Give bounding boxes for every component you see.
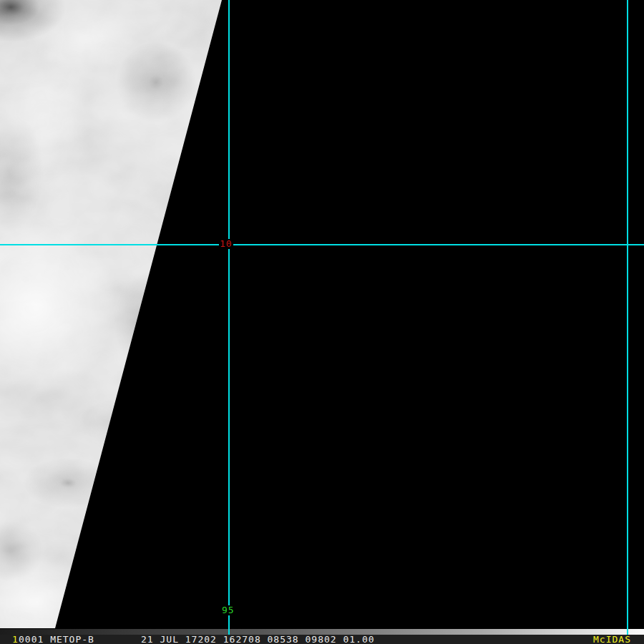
latitude-gridline-10 [0, 244, 644, 245]
longitude-gridline-95 [228, 0, 230, 635]
longitude-label: 95 [221, 605, 235, 615]
satellite-swath-image [0, 0, 236, 628]
mcidas-image-display: 10 95 1 0001 METOP-B 21 JUL 17202 162708… [0, 0, 644, 644]
frame-number: 1 [12, 635, 19, 644]
dataset-label: 0001 METOP-B [19, 635, 94, 644]
latitude-label: 10 [219, 239, 233, 249]
image-datetime-label: 21 JUL 17202 162708 08538 09802 01.00 [141, 635, 375, 644]
status-bar: 1 0001 METOP-B 21 JUL 17202 162708 08538… [0, 635, 644, 644]
longitude-gridline-right [627, 0, 628, 635]
mcidas-brand-label: McIDAS [593, 635, 631, 644]
cloud-texture-fine [0, 0, 236, 628]
